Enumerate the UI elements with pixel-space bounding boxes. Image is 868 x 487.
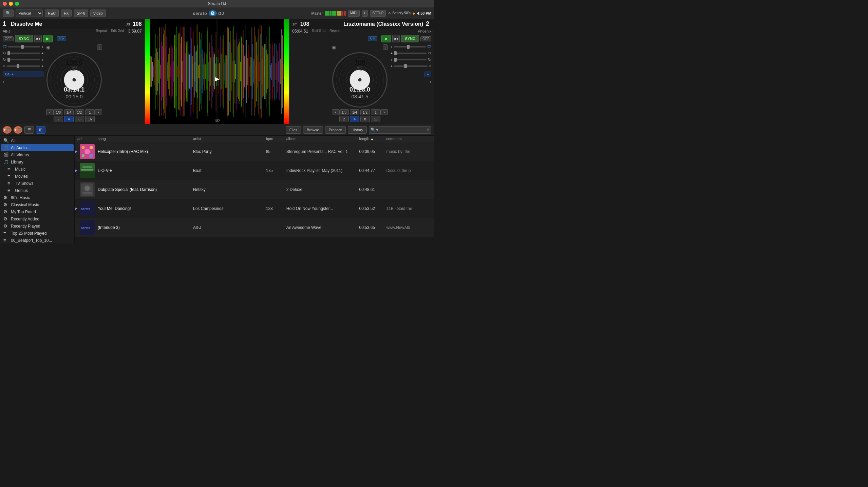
prepare-tab[interactable]: Prepare (325, 126, 346, 134)
deck-1-beat-next[interactable]: › (95, 109, 102, 115)
deck-1-add-cue-btn[interactable]: + (3, 80, 43, 84)
col-header-bpm[interactable]: bpm (263, 137, 284, 141)
deck-1-play[interactable]: ▶ (43, 35, 53, 42)
fx-button[interactable]: FX (61, 9, 72, 17)
sidebar-item-top-25[interactable]: ≡ Top 25 Most Played (1, 230, 74, 237)
deck-2-repeat[interactable]: Repeat (329, 29, 340, 34)
sidebar-item-music[interactable]: ≡ Music (1, 165, 74, 173)
deck-2-cue-btn[interactable]: ◉ (332, 44, 336, 50)
deck-1-edit-grid[interactable]: Edit Grid (111, 29, 124, 34)
deck-2-off[interactable]: OFF (420, 36, 431, 41)
add-to-deck1-button[interactable]: +🎵 (3, 126, 12, 134)
sidebar-item-movies[interactable]: ≡ Movies (1, 173, 74, 180)
search-input[interactable] (379, 126, 427, 134)
deck-1-add-3[interactable]: + (41, 58, 43, 62)
deck-1-beat-2[interactable]: 2 (54, 116, 63, 122)
deck-2-beat-1-4[interactable]: 1/4 (350, 109, 359, 115)
deck-1-loop[interactable]: ↻↻ (57, 36, 66, 41)
maximize-button[interactable] (15, 2, 19, 6)
deck-1-beat-prev[interactable]: ‹ (46, 109, 54, 115)
deck-2-loop-display[interactable]: + (424, 72, 431, 77)
sidebar-item-90s[interactable]: ⚙ 90's Music (1, 194, 74, 201)
deck-1-add-2[interactable]: + (41, 52, 43, 55)
waveform-canvas[interactable] (145, 19, 289, 124)
sidebar-item-library[interactable]: 🎵 Library (1, 158, 74, 165)
rec-button[interactable]: REC (45, 9, 59, 17)
deck-1-repeat[interactable]: Repeat (96, 29, 107, 34)
sidebar-item-genius[interactable]: ≡ Genius (1, 187, 74, 194)
deck-2-beat-1[interactable]: 1 (371, 109, 380, 115)
deck-2-fader-1[interactable] (394, 46, 426, 47)
files-tab[interactable]: Files (286, 126, 301, 134)
deck-1-beat-1[interactable]: 1 (85, 109, 95, 115)
sidebar-item-all-audio[interactable]: 🎵 All Audio... (1, 144, 74, 151)
deck-1-add-1[interactable]: + (41, 45, 43, 49)
search-mode-button[interactable]: 🔍 (3, 9, 14, 17)
info-button[interactable]: ℹ (362, 10, 368, 17)
deck-1-beat-1-2[interactable]: 1/2 (75, 109, 84, 115)
deck-2-beat-2[interactable]: 2 (339, 116, 349, 122)
sidebar-item-all-videos[interactable]: 🎬 All Videos... (1, 151, 74, 158)
deck-2-beat-prev[interactable]: ‹ (332, 109, 339, 115)
deck-2-play[interactable]: ▶ (381, 35, 391, 42)
minimize-button[interactable] (9, 2, 13, 6)
deck-2-fader-4[interactable] (394, 65, 428, 67)
deck-2-beat-4[interactable]: 4 (350, 116, 359, 122)
deck-1-fader-1[interactable] (8, 46, 40, 47)
sidebar-item-recently-played[interactable]: ⚙ Recently Played (1, 222, 74, 230)
deck-1-beat-1-8[interactable]: 1/8 (54, 109, 63, 115)
deck-2-add-1[interactable]: + (391, 45, 393, 49)
deck-1-prev[interactable]: ⏮ (34, 35, 42, 42)
sidebar-item-recently-added[interactable]: ⚙ Recently Added (1, 215, 74, 222)
deck-1-beat-16[interactable]: 16 (85, 116, 95, 122)
layout-select[interactable]: Vertical Horizontal (16, 9, 43, 17)
deck-2-beat-next[interactable]: › (380, 109, 388, 115)
search-clear-button[interactable]: ✕ (427, 128, 430, 132)
table-row[interactable]: ▶ serato (Interlude 3) Alt-J An Awesome … (75, 218, 434, 237)
deck-1-vinyl[interactable]: 108.0 BPM +0.0% ±8 03:14.1 00:15.0 (46, 52, 102, 108)
deck-1-beat-8[interactable]: 8 (75, 116, 84, 122)
deck-1-fader-4[interactable] (6, 65, 40, 67)
deck-2-add-cue-btn[interactable]: + (429, 80, 431, 84)
deck-1-cue-btn[interactable]: ◉ (46, 44, 50, 50)
col-header-comment[interactable]: comment (384, 137, 434, 141)
history-tab[interactable]: History (348, 126, 367, 134)
sp6-button[interactable]: SP-6 (74, 9, 88, 17)
browse-tab[interactable]: Browse (303, 126, 323, 134)
deck-1-fader-3[interactable] (7, 59, 40, 60)
deck-1-beat-4[interactable]: 4 (64, 116, 74, 122)
deck-2-add-4[interactable]: + (391, 64, 393, 68)
table-row[interactable]: ▶ serato You! Me! Dancing! Los Campesino… (75, 199, 434, 218)
table-row[interactable]: ▶ Helicopter ( (75, 142, 434, 161)
setup-button[interactable]: SETUP (370, 10, 386, 17)
table-row[interactable]: ▶ Dubplate Special (feat. Darrison) Nets (75, 180, 434, 199)
col-header-album[interactable]: album (284, 137, 357, 141)
sidebar-item-all[interactable]: 🔍 All... (1, 137, 74, 144)
midi-button[interactable]: MIDI (348, 10, 360, 17)
search-dropdown-arrow[interactable]: ▼ (375, 128, 379, 132)
deck-2-loop[interactable]: ↻↻ (368, 36, 377, 41)
sidebar-item-beatport[interactable]: ≡ 00_Beatport_Top_10... (1, 237, 74, 244)
add-to-deck2-button[interactable]: +🎵 (14, 126, 22, 134)
deck-1-beat-1-4[interactable]: 1/4 (64, 109, 74, 115)
deck-2-sync[interactable]: SYNC (401, 35, 419, 42)
deck-2-add-2[interactable]: + (391, 52, 393, 55)
deck-2-beat-1-8[interactable]: 1/8 (339, 109, 349, 115)
deck-1-fader-2[interactable] (7, 53, 40, 54)
grid-view-button[interactable]: ⊞ (36, 126, 45, 134)
deck-2-add-3[interactable]: + (391, 58, 393, 62)
deck-1-add-4[interactable]: + (41, 64, 43, 68)
table-row[interactable]: ▶ L-O-V-E Boat (75, 161, 434, 180)
col-header-artist[interactable]: artist (190, 137, 263, 141)
close-button[interactable] (3, 2, 7, 6)
deck-1-loop-mode[interactable]: ↕ (97, 44, 102, 50)
video-button[interactable]: Video (90, 9, 106, 17)
col-header-song[interactable]: song (95, 137, 190, 141)
col-header-length[interactable]: length ▲ (357, 137, 384, 141)
deck-2-prev[interactable]: ⏮ (392, 35, 400, 42)
sidebar-item-classical[interactable]: ⚙ Classical Music (1, 201, 74, 208)
deck-1-loop-display[interactable]: ↻↻ + (3, 72, 43, 77)
deck-2-beat-8[interactable]: 8 (360, 116, 370, 122)
deck-1-off[interactable]: OFF (3, 36, 14, 41)
sidebar-item-top-rated[interactable]: ⚙ My Top Rated (1, 208, 74, 215)
